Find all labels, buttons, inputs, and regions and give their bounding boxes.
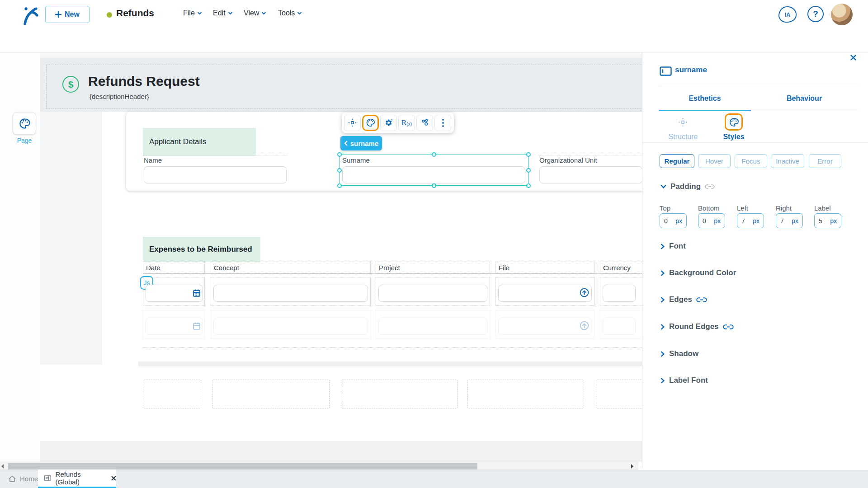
name-field-input[interactable] <box>144 166 287 183</box>
selected-widget-chip[interactable]: surname <box>340 136 382 150</box>
padding-top-input[interactable]: 0px <box>660 213 687 228</box>
styles-widget-button[interactable] <box>362 115 379 131</box>
padding-left-input[interactable]: 7px <box>737 213 764 228</box>
section-background-color[interactable]: Background Color <box>660 268 736 277</box>
state-inactive-button[interactable]: Inactive <box>771 154 804 168</box>
rules-widget-button[interactable]: R(x) <box>398 115 415 131</box>
state-hover-button[interactable]: Hover <box>698 154 731 168</box>
help-icon[interactable]: ? <box>807 6 824 22</box>
user-avatar[interactable] <box>831 4 853 25</box>
more-options-button[interactable] <box>434 115 451 131</box>
column-header-project[interactable]: Project <box>376 262 490 273</box>
selection-handle-nw[interactable] <box>337 152 342 157</box>
state-error-button[interactable]: Error <box>809 154 841 168</box>
padding-right-label: Right <box>776 204 792 212</box>
connections-widget-button[interactable] <box>416 115 433 131</box>
tab-refunds-global[interactable]: Refunds (Global) <box>38 469 116 487</box>
selection-handle-n[interactable] <box>432 152 436 157</box>
tab-esthetics[interactable]: Esthetics <box>659 94 751 103</box>
left-rail: Page <box>0 52 40 462</box>
styles-subtab-icon[interactable] <box>725 113 743 131</box>
orgunit-field-label[interactable]: Organizational Unit <box>539 156 597 164</box>
scroll-left-arrow[interactable] <box>1 464 4 469</box>
status-dot <box>107 12 112 18</box>
active-tab-underline <box>659 110 751 111</box>
orgunit-field-input[interactable] <box>539 166 642 183</box>
new-button[interactable]: New <box>45 6 90 23</box>
section-edges[interactable]: Edges <box>660 295 707 304</box>
tab-home[interactable]: Home <box>5 470 42 487</box>
panel-close-icon[interactable] <box>850 55 856 61</box>
placeholder-cell[interactable] <box>212 380 330 408</box>
input-widget-icon <box>660 66 672 76</box>
scroll-right-arrow[interactable] <box>631 464 633 469</box>
calendar-icon[interactable] <box>193 289 201 297</box>
padding-right-input[interactable]: 7px <box>776 213 803 228</box>
page-styles-button[interactable] <box>13 112 36 135</box>
scrollbar-thumb[interactable] <box>8 463 477 469</box>
selection-handle-e[interactable] <box>526 168 531 173</box>
section-font[interactable]: Font <box>660 242 686 251</box>
selection-handle-w[interactable] <box>337 168 342 173</box>
settings-widget-button[interactable] <box>380 115 397 131</box>
section-round-edges[interactable]: Round Edges <box>660 322 734 331</box>
concept-input[interactable] <box>213 318 368 335</box>
selection-handle-se[interactable] <box>526 183 531 188</box>
tab-close-icon[interactable] <box>111 476 116 481</box>
column-header-concept[interactable]: Concept <box>211 262 371 273</box>
section-label-font[interactable]: Label Font <box>660 376 708 385</box>
subtab-styles[interactable]: Styles <box>720 133 747 141</box>
concept-input[interactable] <box>213 285 368 302</box>
padding-bottom-input[interactable]: 0px <box>698 213 725 228</box>
project-input[interactable] <box>378 285 487 302</box>
link-icon <box>723 324 734 330</box>
tab-behaviour[interactable]: Behaviour <box>751 94 858 103</box>
selection-rect[interactable] <box>340 155 528 186</box>
applicant-section-header[interactable]: Applicant Details <box>143 128 256 156</box>
section-shadow[interactable]: Shadow <box>660 349 698 358</box>
expenses-section-header[interactable]: Expenses to be Reimbursed <box>143 237 260 262</box>
form-title[interactable]: Refunds Request <box>88 74 200 89</box>
design-canvas[interactable]: $ Refunds Request {descriptionHeader} Ap… <box>40 52 642 462</box>
chevron-right-icon <box>660 324 665 330</box>
state-focus-button[interactable]: Focus <box>735 154 767 168</box>
menu-edit[interactable]: Edit <box>213 9 233 17</box>
menu-view[interactable]: View <box>244 9 266 17</box>
table-header-divider <box>143 273 642 274</box>
grid-line <box>538 155 642 155</box>
structure-subtab-icon[interactable] <box>678 117 688 127</box>
column-header-date[interactable]: Date <box>143 262 205 273</box>
menu-file[interactable]: File <box>183 9 202 17</box>
padding-label-input[interactable]: 5px <box>814 213 841 228</box>
state-regular-button[interactable]: Regular <box>660 154 694 168</box>
column-header-file[interactable]: File <box>495 262 594 273</box>
placeholder-cell[interactable] <box>467 380 584 408</box>
horizontal-scrollbar[interactable] <box>0 462 638 470</box>
placeholder-cell[interactable] <box>341 380 458 408</box>
selection-handle-sw[interactable] <box>337 183 342 188</box>
currency-input[interactable] <box>603 285 636 302</box>
file-input[interactable] <box>498 285 592 302</box>
file-input[interactable] <box>498 318 592 335</box>
currency-input[interactable] <box>603 318 636 335</box>
chevron-right-icon <box>660 378 665 384</box>
ai-assistant-icon[interactable]: IA <box>778 6 797 23</box>
project-input[interactable] <box>378 318 487 335</box>
palette-icon <box>366 118 375 127</box>
padding-top-label: Top <box>660 204 670 212</box>
divider <box>659 86 858 86</box>
name-field-label[interactable]: Name <box>144 156 162 164</box>
placeholder-cell[interactable] <box>143 380 201 408</box>
form-subtitle[interactable]: {descriptionHeader} <box>90 93 149 100</box>
selection-handle-ne[interactable] <box>526 152 531 157</box>
section-padding[interactable]: Padding <box>660 182 715 191</box>
selection-handle-s[interactable] <box>432 183 436 188</box>
placeholder-cell[interactable] <box>596 380 642 408</box>
chevron-right-icon <box>660 351 665 357</box>
move-widget-button[interactable] <box>344 115 361 131</box>
subtab-structure[interactable]: Structure <box>664 133 702 141</box>
column-header-currency[interactable]: Currency <box>600 262 642 273</box>
palette-icon <box>729 117 739 127</box>
upload-icon[interactable] <box>580 288 589 297</box>
menu-tools[interactable]: Tools <box>278 9 302 17</box>
